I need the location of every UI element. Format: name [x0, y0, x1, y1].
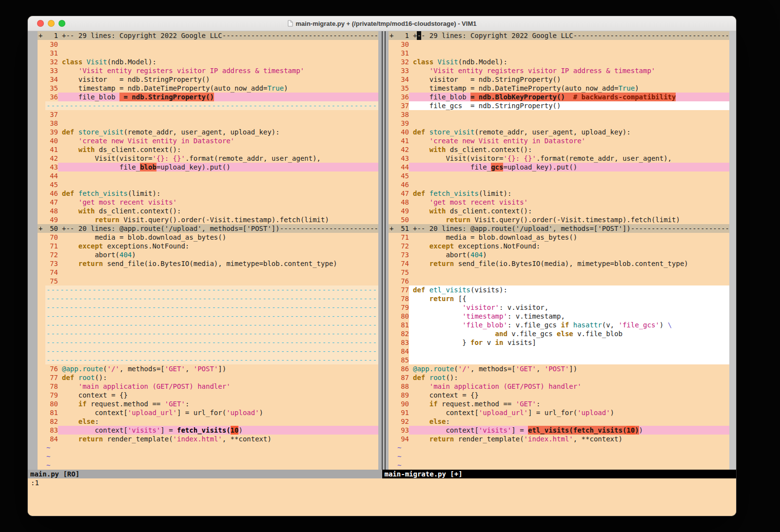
- buffer-line[interactable]: 71 except exceptions.NotFound:: [38, 242, 378, 250]
- buffer-line[interactable]: ~: [38, 461, 378, 470]
- buffer-line[interactable]: 78 'main application (GET/POST) handler': [38, 382, 378, 391]
- vertical-split-separator[interactable]: [378, 31, 389, 470]
- buffer-line[interactable]: 86@app.route('/', methods=['GET', 'POST'…: [389, 364, 729, 373]
- close-button[interactable]: [37, 20, 44, 27]
- buffer-line[interactable]: 49 with ds_client.context():: [389, 207, 729, 215]
- buffer-line[interactable]: 32class Visit(ndb.Model):: [38, 57, 378, 66]
- buffer-line[interactable]: 76: [389, 277, 729, 285]
- buffer-line[interactable]: 43 Visit(visitor='{}: {}'.format(remote_…: [389, 154, 729, 163]
- buffer-line[interactable]: 39: [389, 119, 729, 128]
- buffer-line[interactable]: 71 media = blob.download_as_bytes(): [389, 233, 729, 242]
- buffer-line[interactable]: 44 file_gcs=upload_key).put(): [389, 163, 729, 171]
- buffer-line[interactable]: ----------------------------------------…: [38, 312, 378, 321]
- buffer-line[interactable]: 44: [38, 171, 378, 180]
- buffer-line[interactable]: 87def root():: [389, 373, 729, 382]
- buffer-line[interactable]: 41 with ds_client.context():: [38, 145, 378, 154]
- buffer-line[interactable]: 50 return Visit.query().order(-Visit.tim…: [389, 215, 729, 224]
- buffer-line[interactable]: 47 'get most recent visits': [38, 198, 378, 207]
- buffer-line[interactable]: 33 'Visit entity registers visitor IP ad…: [38, 66, 378, 75]
- buffer-line[interactable]: 85: [389, 356, 729, 364]
- buffer-line[interactable]: 75: [38, 277, 378, 285]
- buffer-line[interactable]: 82 and v.file_gcs else v.file_blob: [389, 329, 729, 338]
- buffer-line[interactable]: 84: [389, 347, 729, 356]
- buffer-line[interactable]: 70 media = blob.download_as_bytes(): [38, 233, 378, 242]
- buffer-line[interactable]: 80 'timestamp': v.timestamp,: [389, 312, 729, 321]
- buffer-line[interactable]: 83 } for v in visits]: [389, 338, 729, 347]
- buffer-line[interactable]: 80 if request.method == 'GET':: [38, 399, 378, 408]
- buffer-line[interactable]: 32class Visit(ndb.Model):: [389, 57, 729, 66]
- buffer-line[interactable]: ~: [389, 452, 729, 461]
- buffer-line[interactable]: 39def store_visit(remote_addr, user_agen…: [38, 128, 378, 136]
- buffer-line[interactable]: 35 timestamp = ndb.DateTimeProperty(auto…: [38, 84, 378, 93]
- buffer-line[interactable]: ----------------------------------------…: [38, 338, 378, 347]
- buffer-line[interactable]: 88 'main application (GET/POST) handler': [389, 382, 729, 391]
- buffer-line[interactable]: 73 abort(404): [389, 250, 729, 259]
- buffer-line[interactable]: 40def store_visit(remote_addr, user_agen…: [389, 128, 729, 136]
- buffer-line[interactable]: +1+-- 29 lines: Copyright 2022 Google LL…: [389, 31, 729, 40]
- buffer-line[interactable]: 40 'create new Visit entity in Datastore…: [38, 136, 378, 145]
- buffer-line[interactable]: 36 file_blob = ndb.BlobKeyProperty() # b…: [389, 93, 729, 101]
- buffer-line[interactable]: 33 'Visit entity registers visitor IP ad…: [389, 66, 729, 75]
- buffer-line[interactable]: 79 'visitor': v.visitor,: [389, 303, 729, 312]
- buffer-line[interactable]: 94 return render_template('index.html', …: [389, 435, 729, 443]
- buffer-line[interactable]: 81 'file_blob': v.file_gcs if hasattr(v,…: [389, 321, 729, 329]
- buffer-line[interactable]: ----------------------------------------…: [38, 285, 378, 294]
- buffer-line[interactable]: ----------------------------------------…: [38, 321, 378, 329]
- buffer-line[interactable]: 48 with ds_client.context():: [38, 207, 378, 215]
- buffer-line[interactable]: 45: [38, 180, 378, 189]
- buffer-line[interactable]: 90 if request.method == 'GET':: [389, 399, 729, 408]
- buffer-line[interactable]: 77def etl_visits(visits):: [389, 285, 729, 294]
- buffer-line[interactable]: ----------------------------------------…: [38, 329, 378, 338]
- buffer-main-migrate-py[interactable]: +1+-- 29 lines: Copyright 2022 Google LL…: [389, 31, 729, 470]
- titlebar[interactable]: main-migrate.py + (/private/tmp/mod16-cl…: [28, 16, 736, 31]
- statusline-right[interactable]: main-migrate.py [+]: [382, 470, 737, 478]
- buffer-line[interactable]: 72 abort(404): [38, 250, 378, 259]
- buffer-line[interactable]: 78 return [{: [389, 294, 729, 303]
- buffer-line[interactable]: 91 context['upload_url'] = url_for('uplo…: [389, 408, 729, 417]
- buffer-line[interactable]: ----------------------------------------…: [38, 347, 378, 356]
- buffer-line[interactable]: 82 else:: [38, 417, 378, 426]
- buffer-line[interactable]: 42 Visit(visitor='{}: {}'.format(remote_…: [38, 154, 378, 163]
- buffer-line[interactable]: 84 return render_template('index.html', …: [38, 435, 378, 443]
- right-scrollbar[interactable]: [729, 31, 736, 470]
- zoom-button[interactable]: [58, 20, 65, 27]
- buffer-line[interactable]: ~: [38, 452, 378, 461]
- buffer-line[interactable]: 49 return Visit.query().order(-Visit.tim…: [38, 215, 378, 224]
- buffer-line[interactable]: 79 context = {}: [38, 391, 378, 399]
- buffer-line[interactable]: 30: [38, 40, 378, 49]
- buffer-line[interactable]: 74 return send_file(io.BytesIO(media), m…: [389, 259, 729, 268]
- buffer-line[interactable]: 38: [38, 119, 378, 128]
- buffer-line[interactable]: 47def fetch_visits(limit):: [389, 189, 729, 198]
- buffer-line[interactable]: 30: [389, 40, 729, 49]
- buffer-line[interactable]: +1+-- 29 lines: Copyright 2022 Google LL…: [38, 31, 378, 40]
- left-scrollbar[interactable]: [28, 31, 38, 470]
- buffer-line[interactable]: 83 context['visits'] = fetch_visits(10): [38, 426, 378, 435]
- buffer-line[interactable]: ~: [389, 461, 729, 470]
- buffer-line[interactable]: 75: [389, 268, 729, 277]
- buffer-line[interactable]: ~: [38, 443, 378, 452]
- buffer-line[interactable]: ----------------------------------------…: [38, 294, 378, 303]
- command-line[interactable]: :1: [28, 478, 736, 488]
- buffer-line[interactable]: ~: [389, 443, 729, 452]
- statusline-left[interactable]: main.py [RO]: [28, 470, 382, 478]
- buffer-line[interactable]: ----------------------------------------…: [38, 303, 378, 312]
- buffer-line[interactable]: 38: [389, 110, 729, 119]
- buffer-line[interactable]: 41 'create new Visit entity in Datastore…: [389, 136, 729, 145]
- buffer-line[interactable]: 35 timestamp = ndb.DateTimeProperty(auto…: [389, 84, 729, 93]
- buffer-line[interactable]: 46def fetch_visits(limit):: [38, 189, 378, 198]
- buffer-line[interactable]: 81 context['upload_url'] = url_for('uplo…: [38, 408, 378, 417]
- buffer-line[interactable]: 46: [389, 180, 729, 189]
- buffer-line[interactable]: ----------------------------------------…: [38, 356, 378, 364]
- buffer-line[interactable]: 74: [38, 268, 378, 277]
- buffer-line[interactable]: 73 return send_file(io.BytesIO(media), m…: [38, 259, 378, 268]
- buffer-line[interactable]: 72 except exceptions.NotFound:: [389, 242, 729, 250]
- buffer-line[interactable]: 37 file_gcs = ndb.StringProperty(): [389, 101, 729, 110]
- buffer-line[interactable]: 36 file_blob = ndb.StringProperty(): [38, 93, 378, 101]
- buffer-line[interactable]: 45: [389, 171, 729, 180]
- buffer-main-py[interactable]: +1+-- 29 lines: Copyright 2022 Google LL…: [38, 31, 378, 470]
- buffer-line[interactable]: 92 else:: [389, 417, 729, 426]
- buffer-line[interactable]: 34 visitor = ndb.StringProperty(): [38, 75, 378, 84]
- buffer-line[interactable]: 42 with ds_client.context():: [389, 145, 729, 154]
- buffer-line[interactable]: 31: [389, 49, 729, 57]
- buffer-line[interactable]: 89 context = {}: [389, 391, 729, 399]
